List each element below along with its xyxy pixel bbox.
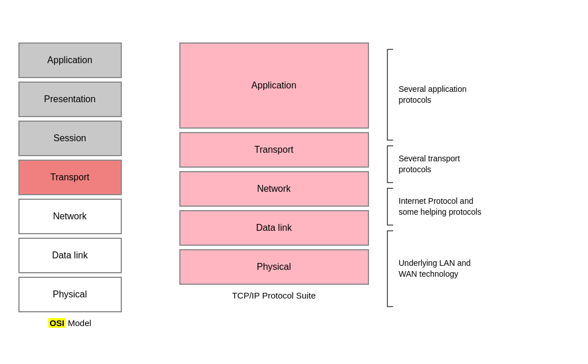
annotation-transport-text: Several transport protocols — [399, 153, 491, 174]
bracket-app — [385, 48, 395, 141]
annotations-column: Several application protocols Several tr… — [385, 37, 517, 308]
diagram-container: Application Presentation Session Transpo… — [13, 31, 576, 334]
osi-column: Application Presentation Session Transpo… — [13, 37, 128, 328]
osi-layer-physical: Physical — [18, 277, 122, 312]
tcpip-column: Application Transport Network Data link … — [174, 37, 375, 300]
tcpip-layer-datalink: Data link — [179, 210, 369, 246]
osi-model-label: OSI Model — [48, 318, 91, 328]
bracket-network — [385, 187, 395, 226]
bracket-transport — [385, 145, 395, 184]
osi-layer-session: Session — [18, 121, 122, 156]
tcpip-layer-physical: Physical — [179, 249, 369, 285]
osi-layer-network: Network — [18, 199, 122, 234]
osi-layer-transport: Transport — [18, 160, 122, 195]
tcpip-model-label: TCP/IP Protocol Suite — [232, 291, 316, 300]
osi-layer-presentation: Presentation — [18, 82, 122, 117]
tcpip-layer-transport: Transport — [179, 132, 369, 168]
annotation-app: Several application protocols — [385, 48, 517, 141]
osi-layer-application: Application — [18, 42, 122, 78]
osi-highlight: OSI — [48, 318, 66, 328]
annotation-transport: Several transport protocols — [385, 145, 517, 184]
osi-model-suffix: Model — [68, 318, 91, 328]
tcpip-layer-network: Network — [179, 171, 369, 207]
bracket-underlying — [385, 230, 395, 308]
annotation-network-text: Internet Protocol and some helping proto… — [399, 196, 491, 216]
tcpip-layer-application: Application — [179, 42, 369, 129]
annotation-underlying: Underlying LAN and WAN technology — [385, 230, 517, 308]
annotation-app-text: Several application protocols — [399, 84, 491, 104]
osi-layer-datalink: Data link — [18, 238, 122, 273]
annotation-underlying-text: Underlying LAN and WAN technology — [399, 258, 491, 278]
annotation-network: Internet Protocol and some helping proto… — [385, 187, 517, 226]
